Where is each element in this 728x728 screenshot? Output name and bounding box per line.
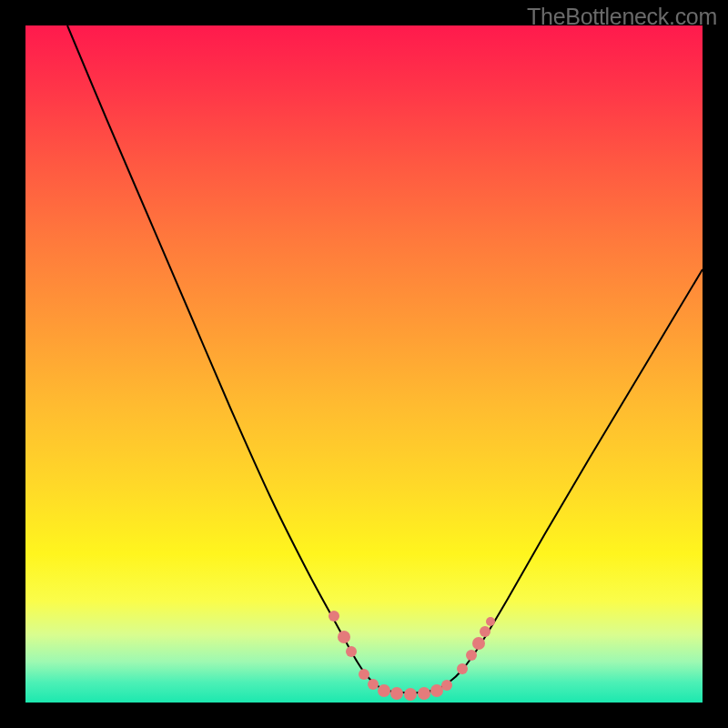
chart-svg (25, 25, 703, 703)
curve-marker (368, 679, 379, 690)
marker-layer (329, 611, 495, 701)
curve-marker (430, 684, 443, 697)
chart-frame: TheBottleneck.com (0, 0, 728, 728)
curve-marker (378, 684, 390, 697)
curve-marker (441, 680, 452, 691)
curve-marker (418, 687, 430, 700)
curve-marker (466, 650, 477, 661)
curve-marker (329, 611, 339, 622)
curve-marker (472, 637, 485, 650)
bottleneck-curve (67, 25, 703, 693)
curve-marker (346, 646, 357, 657)
plot-area (25, 25, 703, 703)
curve-marker (404, 688, 417, 701)
curve-marker (338, 631, 350, 643)
curve-marker (486, 617, 495, 626)
curve-marker (390, 687, 403, 700)
curve-marker (359, 669, 369, 680)
curve-marker (457, 663, 468, 674)
curve-marker (480, 626, 490, 637)
